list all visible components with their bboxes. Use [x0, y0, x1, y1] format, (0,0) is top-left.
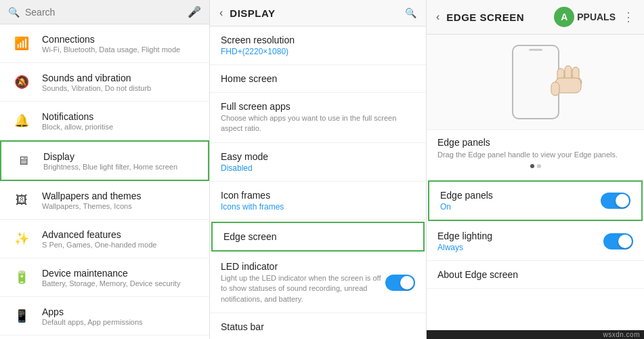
sidebar-item-subtitle: Sounds, Vibration, Do not disturb: [42, 84, 151, 92]
search-icon: 🔍: [8, 7, 20, 18]
panel-item-title: Status bar: [221, 321, 415, 332]
sidebar-item-title: Sounds and vibration: [42, 73, 151, 83]
edge-item-row: Edge lighting Always: [437, 231, 633, 252]
panel-item-text: LED indicator Light up the LED indicator…: [221, 261, 385, 304]
wallpaper-icon: 🖼: [9, 188, 34, 212]
display-panel-title: DISPLAY: [230, 7, 398, 19]
sidebar-item-display[interactable]: 🖥 Display Brightness, Blue light filter,…: [0, 140, 209, 181]
search-bar: 🔍 🎤: [0, 0, 209, 24]
display-item-home-screen[interactable]: Home screen: [210, 65, 426, 93]
edge-item-subtitle: Always: [437, 243, 492, 252]
panel2-search-icon[interactable]: 🔍: [405, 7, 416, 18]
sidebar-item-title: Device maintenance: [42, 268, 180, 279]
panel-item-subtitle: FHD+(2220×1080): [221, 47, 415, 56]
panel-item-title: Screen resolution: [221, 35, 415, 45]
watermark-bar: wsxdn.com: [427, 330, 644, 339]
sidebar-item-subtitle: Block, allow, prioritise: [42, 123, 113, 131]
more-options-icon[interactable]: ⋮: [622, 9, 635, 24]
edge-panels-section-title: Edge panels: [437, 137, 633, 148]
back-button[interactable]: ‹: [219, 7, 223, 19]
sidebar-item-sounds[interactable]: 🔕 Sounds and vibration Sounds, Vibration…: [0, 63, 209, 102]
display-item-easy-mode[interactable]: Easy modeDisabled: [210, 143, 426, 182]
settings-panel: 🔍 🎤 📶 Connections Wi-Fi, Bluetooth, Data…: [0, 0, 210, 339]
appuals-logo: A PPUALS: [554, 7, 616, 27]
sidebar-item-subtitle: Battery, Storage, Memory, Device securit…: [42, 279, 180, 287]
mic-icon[interactable]: 🎤: [188, 5, 201, 18]
edge-item-title: Edge panels: [440, 190, 493, 201]
sidebar-item-title: Advanced features: [42, 229, 156, 240]
display-panel-header: ‹ DISPLAY 🔍: [210, 0, 426, 26]
toggle-switch[interactable]: [385, 275, 415, 291]
sidebar-item-subtitle: Default apps, App permissions: [42, 318, 143, 326]
sidebar-item-notifications[interactable]: 🔔 Notifications Block, allow, prioritise: [0, 102, 209, 140]
sidebar-item-text: Device maintenance Battery, Storage, Mem…: [42, 268, 180, 287]
sidebar-item-subtitle: Wi-Fi, Bluetooth, Data usage, Flight mod…: [42, 45, 180, 54]
display-item-edge-screen[interactable]: Edge screen: [211, 222, 425, 252]
panel-item-title: Icon frames: [221, 190, 415, 201]
display-panel: ‹ DISPLAY 🔍 Screen resolutionFHD+(2220×1…: [210, 0, 427, 339]
display-icon: 🖥: [11, 148, 35, 173]
panel-item-row: LED indicator Light up the LED indicator…: [221, 261, 415, 304]
display-item-led-indicator[interactable]: LED indicator Light up the LED indicator…: [210, 253, 426, 313]
edge-item-text: Edge panels On: [440, 190, 493, 212]
sidebar-item-text: Notifications Block, allow, prioritise: [42, 111, 113, 131]
edge-item-subtitle: On: [440, 202, 493, 212]
sidebar-item-device[interactable]: 🔋 Device maintenance Battery, Storage, M…: [0, 258, 209, 297]
svg-rect-5: [551, 82, 559, 96]
panel-item-subtitle: Icons with frames: [221, 202, 415, 212]
carousel-dots: [437, 160, 633, 172]
wifi-icon: 📶: [9, 31, 34, 56]
hand-svg: [539, 48, 586, 109]
display-item-icon-frames[interactable]: Icon framesIcons with frames: [210, 182, 426, 220]
sidebar-item-title: Apps: [42, 306, 143, 317]
edge-illustration: [427, 35, 644, 130]
sound-icon: 🔕: [9, 70, 34, 94]
panel-item-title: Easy mode: [221, 151, 415, 162]
display-item-status-bar[interactable]: Status bar: [210, 313, 426, 339]
edge-back-button[interactable]: ‹: [436, 11, 439, 23]
sidebar-item-connections[interactable]: 📶 Connections Wi-Fi, Bluetooth, Data usa…: [0, 24, 209, 63]
sidebar-item-title: Connections: [42, 34, 180, 45]
sidebar-item-text: Wallpapers and themes Wallpapers, Themes…: [42, 191, 142, 210]
sidebar-item-text: Display Brightness, Blue light filter, H…: [43, 151, 177, 171]
appuals-text: PPUALS: [577, 12, 616, 22]
sidebar-item-text: Advanced features S Pen, Games, One-hand…: [42, 229, 156, 249]
edge-panels-description: Drag the Edge panel handle to view your …: [437, 150, 633, 160]
sidebar-item-apps[interactable]: 📱 Apps Default apps, App permissions: [0, 297, 209, 336]
settings-list: 📶 Connections Wi-Fi, Bluetooth, Data usa…: [0, 24, 209, 339]
panel-item-title: Edge screen: [223, 231, 412, 242]
edge-item-text: Edge lighting Always: [437, 231, 492, 252]
edge-item-about-edge[interactable]: About Edge screen: [427, 261, 644, 289]
search-input[interactable]: [25, 7, 182, 18]
edge-item-edge-panels[interactable]: Edge panels On: [428, 180, 643, 221]
display-item-full-screen-apps[interactable]: Full screen appsChoose which apps you wa…: [210, 93, 426, 143]
panel-item-title: LED indicator: [221, 261, 385, 272]
sidebar-item-title: Display: [43, 151, 177, 162]
sidebar-item-text: Sounds and vibration Sounds, Vibration, …: [42, 73, 151, 92]
notif-icon: 🔔: [9, 108, 34, 133]
dot-2: [537, 164, 541, 168]
sidebar-item-advanced[interactable]: ✨ Advanced features S Pen, Games, One-ha…: [0, 220, 209, 258]
panel-item-title: Home screen: [221, 73, 415, 84]
edge-screen-panel: ‹ EDGE SCREEN A PPUALS ⋮ Edge panels D: [427, 0, 644, 339]
dot-1: [530, 164, 534, 168]
edge-item-edge-lighting[interactable]: Edge lighting Always: [427, 222, 644, 261]
sidebar-item-wallpapers[interactable]: 🖼 Wallpapers and themes Wallpapers, Them…: [0, 181, 209, 220]
edge-panel-list: Edge panels On Edge lighting Always Abou…: [427, 179, 644, 330]
panel-item-desc: Light up the LED indicator when the scre…: [221, 273, 385, 304]
edge-item-title: Edge lighting: [437, 231, 492, 241]
panel-item-subtitle: Disabled: [221, 163, 415, 173]
advanced-icon: ✨: [9, 226, 34, 251]
sidebar-item-text: Connections Wi-Fi, Bluetooth, Data usage…: [42, 34, 180, 54]
panel-item-desc: Choose which apps you want to use in the…: [221, 113, 415, 134]
edge-item-row: Edge panels On: [440, 190, 630, 212]
edge-panel-title: EDGE SCREEN: [446, 12, 547, 23]
display-panel-list: Screen resolutionFHD+(2220×1080)Home scr…: [210, 26, 426, 339]
display-item-screen-res[interactable]: Screen resolutionFHD+(2220×1080): [210, 26, 426, 65]
edge-toggle-switch[interactable]: [603, 233, 633, 250]
edge-item-title: About Edge screen: [437, 269, 633, 280]
edge-toggle-switch[interactable]: [601, 193, 630, 209]
sidebar-item-subtitle: S Pen, Games, One-handed mode: [42, 241, 156, 249]
edge-panel-header: ‹ EDGE SCREEN A PPUALS ⋮: [427, 0, 644, 35]
sidebar-item-text: Apps Default apps, App permissions: [42, 306, 143, 326]
